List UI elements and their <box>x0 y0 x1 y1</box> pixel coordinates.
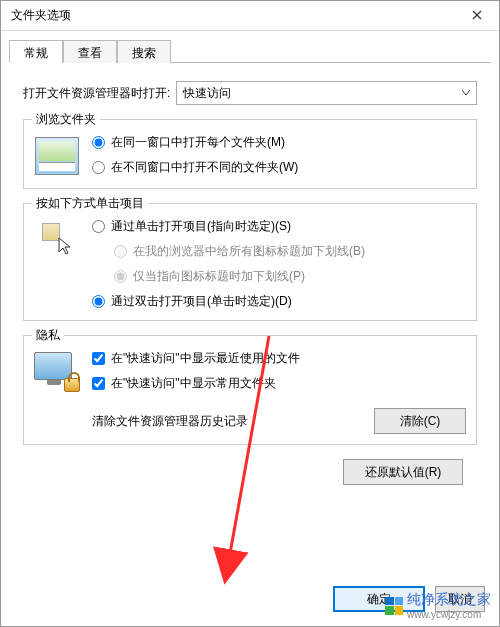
restore-defaults-button[interactable]: 还原默认值(R) <box>343 459 463 485</box>
tabstrip: 常规 查看 搜索 <box>9 39 491 63</box>
open-explorer-row: 打开文件资源管理器时打开: 快速访问 <box>23 81 477 105</box>
window-title: 文件夹选项 <box>11 7 71 24</box>
tab-search[interactable]: 搜索 <box>117 40 171 63</box>
privacy-fieldset: 隐私 在"快速访问"中显示最近使用的文件 <box>23 335 477 445</box>
clear-button[interactable]: 清除(C) <box>374 408 466 434</box>
radio-single-click-input[interactable] <box>92 220 105 233</box>
folder-preview-icon <box>34 134 80 178</box>
restore-row: 还原默认值(R) <box>23 459 463 485</box>
close-icon <box>472 9 482 23</box>
titlebar: 文件夹选项 <box>1 1 499 31</box>
radio-underline-all: 在我的浏览器中给所有图标标题加下划线(B) <box>114 243 466 260</box>
checkbox-recent-files-input[interactable] <box>92 352 105 365</box>
tab-panel-general: 打开文件资源管理器时打开: 快速访问 浏览文件夹 <box>9 63 491 495</box>
radio-new-window-label: 在不同窗口中打开不同的文件夹(W) <box>111 159 298 176</box>
radio-same-window[interactable]: 在同一窗口中打开每个文件夹(M) <box>92 134 466 151</box>
radio-underline-hover-input <box>114 270 127 283</box>
click-legend: 按如下方式单击项目 <box>32 195 148 212</box>
close-button[interactable] <box>454 1 499 31</box>
open-explorer-dropdown[interactable]: 快速访问 <box>176 81 477 105</box>
radio-same-window-input[interactable] <box>92 136 105 149</box>
browse-fieldset: 浏览文件夹 在同一窗口中打开每个文件夹(M) 在不同窗口中打开不同的文件夹(W) <box>23 119 477 189</box>
checkbox-frequent-folders-input[interactable] <box>92 377 105 390</box>
content-area: 常规 查看 搜索 打开文件资源管理器时打开: 快速访问 浏览文件夹 <box>1 31 499 495</box>
checkbox-frequent-folders-label: 在"快速访问"中显示常用文件夹 <box>111 375 276 392</box>
radio-underline-hover-label: 仅当指向图标标题时加下划线(P) <box>133 268 305 285</box>
radio-double-click-label: 通过双击打开项目(单击时选定)(D) <box>111 293 292 310</box>
lock-icon <box>64 378 80 392</box>
open-explorer-selected: 快速访问 <box>183 85 231 102</box>
checkbox-frequent-folders[interactable]: 在"快速访问"中显示常用文件夹 <box>92 375 466 392</box>
tab-general[interactable]: 常规 <box>9 40 63 63</box>
checkbox-recent-files[interactable]: 在"快速访问"中显示最近使用的文件 <box>92 350 466 367</box>
radio-single-click-label: 通过单击打开项目(指向时选定)(S) <box>111 218 291 235</box>
clear-history-label: 清除文件资源管理器历史记录 <box>92 413 248 430</box>
browse-legend: 浏览文件夹 <box>32 111 100 128</box>
radio-double-click[interactable]: 通过双击打开项目(单击时选定)(D) <box>92 293 466 310</box>
open-explorer-label: 打开文件资源管理器时打开: <box>23 85 170 102</box>
radio-single-click[interactable]: 通过单击打开项目(指向时选定)(S) <box>92 218 466 235</box>
privacy-legend: 隐私 <box>32 327 64 344</box>
radio-same-window-label: 在同一窗口中打开每个文件夹(M) <box>111 134 285 151</box>
radio-double-click-input[interactable] <box>92 295 105 308</box>
radio-underline-hover: 仅当指向图标标题时加下划线(P) <box>114 268 466 285</box>
clear-history-row: 清除文件资源管理器历史记录 清除(C) <box>92 408 466 434</box>
radio-underline-all-input <box>114 245 127 258</box>
radio-underline-all-label: 在我的浏览器中给所有图标标题加下划线(B) <box>133 243 365 260</box>
click-fieldset: 按如下方式单击项目 通过单击打开项目(指向时选定)(S) <box>23 203 477 321</box>
privacy-icon <box>34 350 80 394</box>
click-cursor-icon <box>34 218 80 262</box>
dialog-footer: 确定 取消 <box>9 576 491 618</box>
ok-button[interactable]: 确定 <box>333 586 425 612</box>
chevron-down-icon <box>462 90 470 96</box>
checkbox-recent-files-label: 在"快速访问"中显示最近使用的文件 <box>111 350 300 367</box>
tab-view[interactable]: 查看 <box>63 40 117 63</box>
folder-options-dialog: 文件夹选项 常规 查看 搜索 打开文件资源管理器时打开: 快速访问 <box>0 0 500 627</box>
cancel-button[interactable]: 取消 <box>435 586 485 612</box>
radio-new-window-input[interactable] <box>92 161 105 174</box>
radio-new-window[interactable]: 在不同窗口中打开不同的文件夹(W) <box>92 159 466 176</box>
